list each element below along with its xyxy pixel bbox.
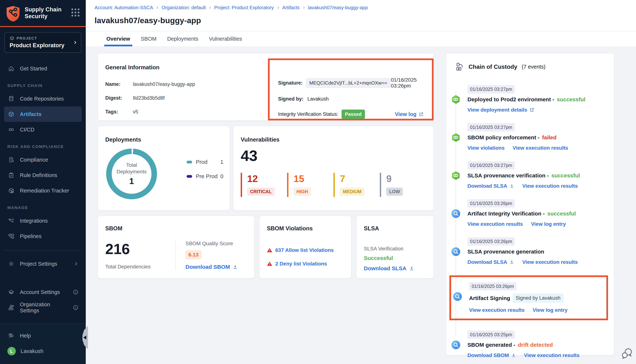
deploy-success-icon [451, 95, 461, 104]
chain-of-custody-count: (7 events) [522, 64, 545, 70]
app-logo-shield-icon [6, 6, 21, 22]
download-slsa-link[interactable]: Download SLSA [467, 259, 514, 265]
tab-sbom[interactable]: SBOM [141, 31, 156, 46]
total-deployments-value: 1 [129, 176, 134, 186]
slsa-generation-icon [451, 247, 461, 256]
sidebar-item-organization-settings[interactable]: Organization Settings [4, 300, 82, 315]
download-icon [511, 353, 516, 358]
info-icon[interactable] [73, 289, 78, 295]
prod-legend-marker [187, 161, 192, 164]
user-menu[interactable]: L Lavakush [4, 344, 82, 359]
event-title: SBOM generated - [467, 342, 515, 348]
sbom-violations-card: SBOM Violations 637 Allow list Violation… [259, 216, 351, 278]
chain-of-custody-title: Chain of Custody [469, 64, 517, 70]
sidebar-item-rule-definitions[interactable]: Rule Definitions [4, 168, 82, 183]
prod-count: 1 [220, 159, 223, 165]
view-execution-results-link[interactable]: View execution results [467, 221, 523, 227]
download-slsa-link[interactable]: Download SLSA [364, 265, 426, 272]
tab-overview[interactable]: Overview [106, 31, 130, 46]
deployments-title: Deployments [105, 136, 222, 143]
breadcrumb-project[interactable]: Project: Product Exploratory [214, 5, 274, 10]
integrations-share-icon [7, 218, 15, 224]
artifact-name-value: lavakush07/easy-buggy-app [133, 82, 195, 87]
info-icon[interactable] [73, 305, 78, 310]
legend-item-prod: Prod 1 [187, 159, 223, 165]
download-icon [509, 184, 514, 188]
event-title: Deployed to Prod2 environment - [467, 96, 554, 102]
sidebar-item-account-settings[interactable]: Account Settings [4, 284, 82, 300]
event-title: SLSA provenance verification - [467, 172, 549, 179]
view-violations-link[interactable]: View violations [467, 145, 505, 151]
sbom-title: SBOM [105, 225, 247, 232]
sbom-generated-icon [451, 340, 461, 350]
view-execution-results-link[interactable]: View execution results [524, 352, 579, 358]
event-timestamp: 01/16/2025 03:25pm [467, 330, 515, 339]
timeline-event-deployed: 01/16/2025 03:27pm Deployed to Prod2 env… [446, 85, 608, 113]
chain-of-custody-icon [456, 62, 464, 71]
app-switcher-grid-icon[interactable] [71, 6, 80, 16]
slsa-verification-status: Successful [364, 255, 426, 261]
project-selector[interactable]: PROJECT Product Exploratory [5, 32, 81, 53]
sidebar-item-project-settings[interactable]: Project Settings [4, 256, 82, 272]
download-slsa-link[interactable]: Download SLSA [467, 183, 514, 189]
infinity-icon [7, 126, 15, 133]
layers-gear-icon [7, 289, 15, 295]
tab-deployments[interactable]: Deployments [167, 31, 198, 46]
chevron-right-icon [208, 6, 212, 10]
breadcrumb-account[interactable]: Account: Automation-SSCA [95, 5, 153, 10]
integrity-verification-icon [451, 209, 461, 218]
sidebar-item-compliance[interactable]: Compliance [4, 152, 82, 168]
sidebar-item-help[interactable]: Help [4, 328, 82, 344]
chat-feedback-widget[interactable] [621, 348, 633, 361]
general-information-card: General Information Name: lavakush07/eas… [98, 53, 434, 120]
breadcrumb-current[interactable]: lavakush07/easy-buggy-app [308, 5, 368, 10]
pipelines-icon [7, 233, 15, 239]
tab-bar: Overview SBOM Deployments Vulnerabilitie… [95, 31, 636, 46]
tab-vulnerabilities[interactable]: Vulnerabilities [209, 31, 242, 46]
allow-list-violations-link[interactable]: 637 Allow list Violations [267, 247, 344, 253]
view-log-entry-link[interactable]: View log entry [531, 221, 566, 227]
sidebar-item-integrations[interactable]: Integrations [4, 213, 82, 228]
project-label: PROJECT [17, 36, 37, 40]
sidebar-item-pipelines[interactable]: Pipelines [4, 228, 82, 244]
event-title: Artifact Signing [469, 295, 510, 301]
view-execution-results-link[interactable]: View execution results [522, 183, 578, 189]
section-label-supply-chain: SUPPLY CHAIN [4, 76, 82, 91]
sidebar-item-remediation-tracker[interactable]: Remediation Tracker [4, 183, 82, 198]
view-execution-results-link[interactable]: View execution results [469, 307, 524, 313]
chevron-right-icon [73, 40, 77, 45]
view-execution-results-link[interactable]: View execution results [513, 145, 568, 151]
deny-list-violations-link[interactable]: 2 Deny list Violations [267, 261, 344, 267]
signature-row: Signature: MEQCICde2VjIT...bL+2+mqnOXw==… [278, 77, 423, 89]
chevron-right-icon [74, 262, 78, 266]
sidebar-item-artifacts[interactable]: Artifacts [4, 106, 82, 122]
view-execution-results-link[interactable]: View execution results [522, 259, 578, 265]
sbom-violations-title: SBOM Violations [267, 225, 344, 232]
sidebar-item-cicd[interactable]: CI/CD [4, 122, 82, 137]
breadcrumb-organization[interactable]: Organization: default [162, 5, 206, 10]
download-icon [233, 264, 238, 270]
view-deployment-details-link[interactable]: View deployment details [467, 107, 534, 113]
event-timestamp: 01/16/2025 03:27pm [467, 161, 515, 170]
sidebar-item-get-started[interactable]: Get Started [4, 61, 82, 76]
signature-highlight-box: Signature: MEQCICde2VjIT...bL+2+mqnOXw==… [268, 58, 434, 120]
download-sbom-link[interactable]: Download SBOM [185, 264, 238, 270]
signed-by-row: Signed by: Lavakush [278, 96, 423, 102]
breadcrumb: Account: Automation-SSCA Organization: d… [95, 5, 636, 10]
signature-timestamp: 01/16/2025 03:26pm [391, 77, 423, 89]
sidebar-item-code-repositories[interactable]: Code Repositories [4, 91, 82, 106]
sidebar-footer: Help L Lavakush [0, 324, 86, 364]
section-label-manage: MANAGE [4, 198, 82, 213]
timeline-event-artifact-signing: 01/16/2025 03:26pm Artifact Signing Sign… [451, 282, 606, 313]
download-sbom-link[interactable]: Download SBOM [467, 352, 516, 358]
avatar: L [7, 347, 16, 355]
sidebar: Supply Chain Security PROJECT Product Ex… [0, 0, 86, 364]
chevron-right-icon [276, 6, 280, 10]
event-timestamp: 01/16/2025 03:26pm [467, 237, 515, 246]
signed-by-value: Lavakush [307, 96, 329, 102]
view-log-entry-link[interactable]: View log entry [533, 307, 567, 313]
view-log-link[interactable]: View log [395, 111, 423, 117]
clipboard-check-icon [7, 172, 15, 178]
signature-value: MEQCICde2VjIT...bL+2+mqnOXw== [306, 78, 391, 88]
breadcrumb-artifacts[interactable]: Artifacts [282, 5, 299, 10]
